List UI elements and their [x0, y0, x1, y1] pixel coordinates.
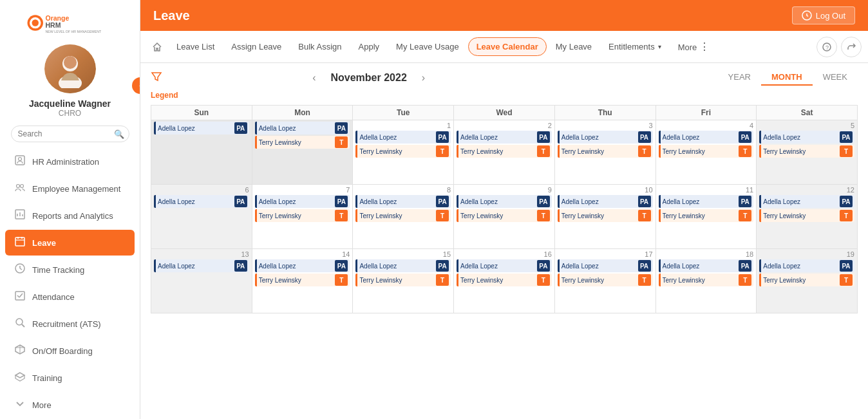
list-item[interactable]: Adella LopezPA	[659, 259, 754, 272]
list-item[interactable]: Terry LewinskyT	[255, 274, 350, 286]
tab-my-leave[interactable]: My Leave	[548, 38, 599, 55]
sidebar-collapse-btn[interactable]: ‹	[132, 77, 140, 94]
table-row[interactable]: 19Adella LopezPATerry LewinskyT	[757, 249, 858, 313]
search-icon[interactable]: 🔍	[114, 129, 124, 139]
tab-assign-leave[interactable]: Assign Leave	[223, 38, 289, 55]
list-item[interactable]: Terry LewinskyT	[457, 209, 552, 222]
table-row[interactable]: 17Adella LopezPATerry LewinskyT	[554, 249, 656, 313]
table-row[interactable]: 13Adella LopezPA	[151, 249, 252, 313]
table-row[interactable]: 11Adella LopezPATerry LewinskyT	[656, 185, 757, 249]
tab-leave-list[interactable]: Leave List	[169, 38, 222, 55]
col-sat: Sat	[757, 106, 858, 120]
list-item[interactable]: Adella LopezPA	[558, 259, 653, 272]
table-row[interactable]: Adella LopezPATerry LewinskyT	[252, 120, 353, 185]
list-item[interactable]: Terry LewinskyT	[558, 145, 653, 158]
list-item[interactable]: Adella LopezPA	[457, 131, 552, 144]
tab-bulk-assign[interactable]: Bulk Assign	[290, 38, 349, 55]
list-item[interactable]: Terry LewinskyT	[759, 209, 854, 222]
list-item[interactable]: Adella LopezPA	[154, 259, 249, 272]
table-row[interactable]: 9Adella LopezPATerry LewinskyT	[454, 185, 555, 249]
table-row[interactable]: 16Adella LopezPATerry LewinskyT	[454, 249, 555, 313]
list-item[interactable]: Adella LopezPA	[759, 195, 854, 208]
list-item[interactable]: Adella LopezPA	[457, 195, 552, 208]
list-item[interactable]: Terry LewinskyT	[355, 209, 451, 222]
table-row[interactable]: 3Adella LopezPATerry LewinskyT	[554, 120, 656, 185]
tab-leave-calendar[interactable]: Leave Calendar	[468, 37, 547, 56]
table-row[interactable]: 15Adella LopezPATerry LewinskyT	[353, 249, 454, 313]
list-item[interactable]: Terry LewinskyT	[457, 145, 552, 158]
view-week-btn[interactable]: WEEK	[813, 70, 858, 86]
view-year-btn[interactable]: YEAR	[718, 70, 761, 86]
list-item[interactable]: Adella LopezPA	[558, 131, 653, 144]
sidebar-item-attendance[interactable]: Attendance	[5, 284, 135, 310]
list-item[interactable]: Terry LewinskyT	[255, 209, 350, 222]
filter-button[interactable]	[151, 71, 162, 85]
list-item[interactable]: Terry LewinskyT	[355, 145, 451, 158]
table-row[interactable]: 8Adella LopezPATerry LewinskyT	[353, 185, 454, 249]
entitlements-label: Entitlements	[609, 42, 655, 51]
help-button[interactable]: ?	[816, 37, 837, 57]
table-row[interactable]: 5Adella LopezPATerry LewinskyT	[757, 120, 858, 185]
sidebar-item-training[interactable]: Training	[5, 365, 135, 391]
list-item[interactable]: Adella LopezPA	[759, 131, 854, 144]
tab-home-btn[interactable]	[147, 38, 167, 56]
table-row[interactable]: 18Adella LopezPATerry LewinskyT	[656, 249, 757, 313]
list-item[interactable]: Terry LewinskyT	[457, 274, 552, 286]
prev-month-btn[interactable]: ‹	[312, 72, 316, 84]
logout-button[interactable]: Log Out	[792, 6, 855, 24]
list-item[interactable]: Terry LewinskyT	[659, 274, 754, 286]
table-row[interactable]: 12Adella LopezPATerry LewinskyT	[757, 185, 858, 249]
month-nav: ‹ November 2022 ›	[312, 72, 425, 84]
next-month-btn[interactable]: ›	[422, 72, 425, 84]
search-input[interactable]	[11, 126, 129, 142]
list-item[interactable]: Adella LopezPA	[355, 195, 451, 208]
list-item[interactable]: Adella LopezPA	[154, 195, 249, 208]
table-row[interactable]: 14Adella LopezPATerry LewinskyT	[252, 249, 353, 313]
list-item[interactable]: Terry LewinskyT	[659, 145, 754, 158]
list-item[interactable]: Adella LopezPA	[154, 122, 249, 135]
list-item[interactable]: Adella LopezPA	[659, 195, 754, 208]
leave-entry-name: Terry Lewinsky	[259, 212, 335, 219]
list-item[interactable]: Adella LopezPA	[255, 195, 350, 208]
list-item[interactable]: Terry LewinskyT	[659, 209, 754, 222]
list-item[interactable]: Terry LewinskyT	[558, 274, 653, 286]
list-item[interactable]: Adella LopezPA	[457, 259, 552, 272]
table-row[interactable]: 1Adella LopezPATerry LewinskyT	[353, 120, 454, 185]
table-row[interactable]: 10Adella LopezPATerry LewinskyT	[554, 185, 656, 249]
tab-apply[interactable]: Apply	[351, 38, 388, 55]
table-row[interactable]: 7Adella LopezPATerry LewinskyT	[252, 185, 353, 249]
table-row[interactable]: Adella LopezPA	[151, 120, 252, 185]
list-item[interactable]: Adella LopezPA	[255, 259, 350, 272]
tab-more[interactable]: More ⋮	[670, 37, 717, 57]
sidebar-item-recruitment[interactable]: Recruitment (ATS)	[5, 311, 135, 337]
list-item[interactable]: Terry LewinskyT	[558, 209, 653, 222]
list-item[interactable]: Adella LopezPA	[355, 131, 451, 144]
sidebar-item-reports[interactable]: Reports and Analytics	[5, 203, 135, 228]
list-item[interactable]: Adella LopezPA	[558, 195, 653, 208]
list-item[interactable]: Adella LopezPA	[355, 259, 451, 272]
share-button[interactable]	[841, 37, 862, 57]
table-row[interactable]: 4Adella LopezPATerry LewinskyT	[656, 120, 757, 185]
sidebar-item-onboarding[interactable]: On/Off Boarding	[5, 338, 135, 364]
list-item[interactable]: Terry LewinskyT	[255, 136, 350, 149]
list-item[interactable]: Terry LewinskyT	[355, 274, 451, 286]
sidebar-item-time[interactable]: Time Tracking	[5, 257, 135, 283]
list-item[interactable]: Terry LewinskyT	[759, 274, 854, 286]
sidebar-item-more[interactable]: More	[5, 392, 135, 418]
sidebar-item-leave[interactable]: Leave	[5, 230, 135, 256]
svg-point-2	[32, 19, 39, 26]
list-item[interactable]: Adella LopezPA	[659, 131, 754, 144]
sidebar-item-emp-mgmt[interactable]: Employee Management	[5, 176, 135, 201]
list-item[interactable]: Terry LewinskyT	[759, 145, 854, 158]
list-item[interactable]: Adella LopezPA	[255, 122, 350, 135]
table-row[interactable]: 6Adella LopezPA	[151, 185, 252, 249]
leave-badge: T	[739, 274, 751, 286]
table-row[interactable]: 2Adella LopezPATerry LewinskyT	[454, 120, 555, 185]
sidebar-item-hr-admin[interactable]: HR Administration	[5, 149, 135, 174]
main-area: Leave Log Out Leave List Assign Leave Bu…	[140, 0, 868, 419]
leave-entry-name: Adella Lopez	[359, 198, 436, 205]
list-item[interactable]: Adella LopezPA	[759, 259, 854, 272]
view-month-btn[interactable]: MONTH	[761, 70, 813, 86]
tab-entitlements[interactable]: Entitlements ▾	[601, 38, 669, 55]
tab-my-leave-usage[interactable]: My Leave Usage	[388, 38, 467, 55]
